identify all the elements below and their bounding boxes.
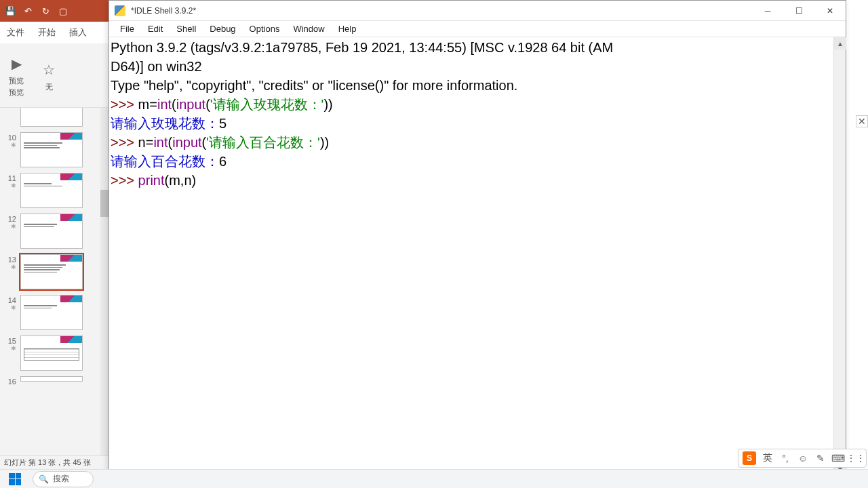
slide-thumb-16[interactable] [20, 376, 83, 382]
redo-icon[interactable]: ↻ [39, 5, 52, 17]
slide-thumb-9[interactable] [20, 108, 83, 127]
ime-emoji-icon[interactable]: ☺ [797, 452, 809, 464]
slide-thumb-11[interactable] [20, 173, 83, 208]
menu-edit[interactable]: Edit [141, 22, 170, 36]
panel-close-icon[interactable]: ✕ [856, 115, 868, 127]
output-rose-prompt: 请输入玫瑰花数： [111, 116, 219, 131]
thumb-num: 12 [8, 215, 16, 223]
slide-thumb-15[interactable] [20, 336, 83, 371]
prompt: >>> [111, 135, 138, 150]
banner-line3: Type "help", "copyright", "credits" or "… [111, 78, 517, 93]
thumb-num: 14 [8, 296, 16, 304]
idle-vertical-scrollbar[interactable]: ▲ ▼ [833, 37, 846, 475]
ppt-ribbon: ▶ 预览 预览 ☆ 无 [0, 43, 108, 108]
thumb-num: 15 [8, 337, 16, 345]
ime-lang-label[interactable]: 英 [762, 452, 774, 464]
slide-thumb-13-selected[interactable] [20, 254, 83, 289]
banner-line2: D64)] on win32 [111, 59, 202, 74]
idle-menubar: File Edit Shell Debug Options Window Hel… [109, 21, 846, 37]
slide-thumbnails-panel[interactable]: 10✱ 11✱ 12✱ 13✱ 14✱ 15✱ 16 [0, 108, 108, 455]
ime-punct-icon[interactable]: °, [779, 452, 791, 464]
slide-thumb-12[interactable] [20, 214, 83, 249]
prompt: >>> [111, 97, 138, 112]
ime-toolbar[interactable]: S 英 °, ☺ ✎ ⌨ ⋮⋮ [738, 449, 867, 468]
ppt-status-bar: 幻灯片 第 13 张，共 45 张 [0, 455, 108, 469]
tab-file[interactable]: 文件 [0, 22, 31, 43]
idle-titlebar[interactable]: *IDLE Shell 3.9.2* ─ ☐ ✕ [109, 1, 846, 21]
none-icon[interactable]: ☆ [38, 59, 60, 81]
menu-help[interactable]: Help [332, 22, 363, 36]
menu-file[interactable]: File [113, 22, 141, 36]
undo-icon[interactable]: ↶ [22, 5, 34, 17]
slide-thumb-10[interactable] [20, 132, 83, 167]
input-lily-value: 6 [219, 154, 226, 169]
sogou-ime-icon[interactable]: S [743, 451, 756, 465]
ime-keyboard-icon[interactable]: ⌨ [832, 452, 844, 464]
maximize-button[interactable]: ☐ [783, 1, 814, 21]
tab-insert[interactable]: 插入 [62, 22, 94, 43]
output-lily-prompt: 请输入百合花数： [111, 154, 219, 169]
windows-logo-icon [9, 473, 21, 485]
preview2-label: 预览 [9, 87, 24, 98]
idle-window-title: *IDLE Shell 3.9.2* [131, 6, 752, 16]
search-icon: 🔍 [39, 474, 49, 484]
powerpoint-window-partial: 💾 ↶ ↻ ▢ 文件 开始 插入 ▶ 预览 预览 ☆ 无 10✱ 11✱ [0, 0, 108, 488]
ppt-ribbon-tabs: 文件 开始 插入 [0, 22, 108, 43]
python-icon [115, 5, 125, 16]
ppt-titlebar: 💾 ↶ ↻ ▢ [0, 0, 108, 22]
menu-shell[interactable]: Shell [170, 22, 203, 36]
preview-label: 预览 [9, 76, 24, 86]
idle-shell-text-area[interactable]: Python 3.9.2 (tags/v3.9.2:1a79785, Feb 1… [109, 37, 833, 475]
ime-skin-icon[interactable]: ✎ [814, 452, 827, 464]
thumb-num: 10 [8, 134, 16, 142]
taskbar-search[interactable]: 🔍 搜索 [33, 471, 94, 487]
save-icon[interactable]: 💾 [4, 5, 16, 17]
input-rose-value: 5 [219, 116, 226, 131]
ime-menu-icon[interactable]: ⋮⋮ [850, 452, 862, 464]
menu-options[interactable]: Options [243, 22, 287, 36]
slideshow-icon[interactable]: ▢ [57, 5, 69, 17]
ppt-thumb-scrollbar[interactable] [100, 108, 108, 455]
tab-start[interactable]: 开始 [31, 22, 62, 43]
none-label: 无 [45, 82, 53, 92]
slide-thumb-14[interactable] [20, 295, 83, 330]
minimize-button[interactable]: ─ [752, 1, 783, 21]
menu-debug[interactable]: Debug [203, 22, 242, 36]
menu-window[interactable]: Window [286, 22, 331, 36]
thumb-num: 11 [8, 174, 16, 182]
thumb-num: 13 [8, 256, 16, 264]
idle-shell-window: *IDLE Shell 3.9.2* ─ ☐ ✕ File Edit Shell… [108, 0, 846, 488]
prompt: >>> [111, 173, 138, 188]
thumb-num: 16 [8, 378, 16, 386]
close-button[interactable]: ✕ [814, 1, 846, 21]
preview-icon[interactable]: ▶ [5, 53, 27, 75]
scroll-up-arrow-icon[interactable]: ▲ [834, 37, 846, 49]
windows-taskbar[interactable]: 🔍 搜索 [0, 469, 868, 488]
start-button[interactable] [0, 470, 30, 489]
banner-line1: Python 3.9.2 (tags/v3.9.2:1a79785, Feb 1… [111, 40, 613, 55]
search-placeholder: 搜索 [53, 473, 69, 485]
